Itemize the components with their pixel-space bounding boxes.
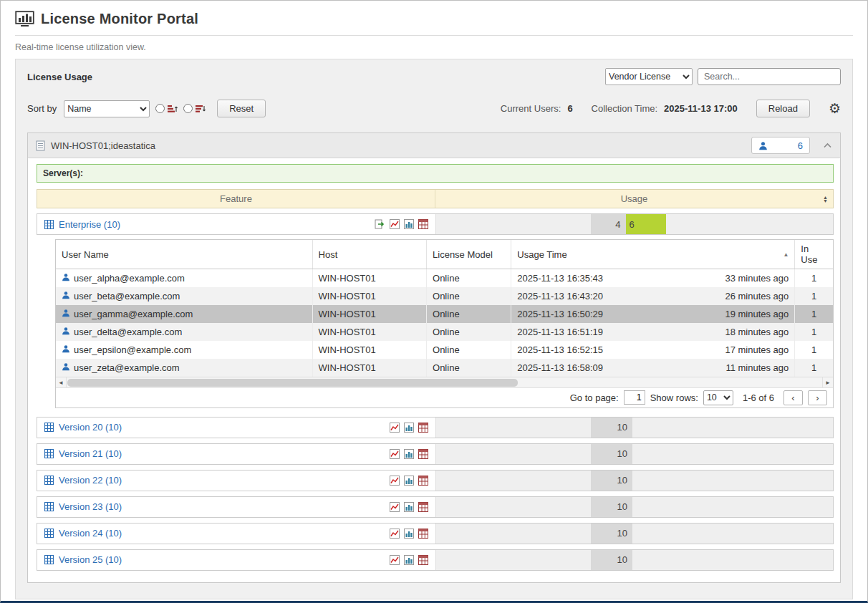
usage-bar-enterprise: 4 6 xyxy=(435,214,834,234)
go-to-page-label: Go to page: xyxy=(570,392,619,403)
user-table: User Name Host License Model Usage Time … xyxy=(56,240,833,377)
line-chart-icon[interactable] xyxy=(390,476,400,486)
bar-chart-icon[interactable] xyxy=(404,502,414,512)
table-row[interactable]: user_beta@example.com WIN-HOST01 Online … xyxy=(56,287,833,305)
user-icon xyxy=(758,141,768,150)
usage-bar: 10 xyxy=(435,471,834,491)
bar-chart-icon[interactable] xyxy=(404,423,414,433)
feature-row-version-21: Version 21 (10) 10 xyxy=(37,443,834,465)
panel-top-bar: License Usage Vendor License xyxy=(27,68,841,85)
feature-link-version-20[interactable]: Version 20 (10) xyxy=(59,422,122,433)
grid-icon xyxy=(44,502,54,511)
scroll-right-arrow-icon[interactable]: ► xyxy=(822,377,833,388)
server-icon xyxy=(36,140,45,151)
sort-caret-up-icon: ▲ xyxy=(783,251,789,258)
feature-row-version-22: Version 22 (10) 10 xyxy=(37,470,834,491)
table-row[interactable]: user_delta@example.com WIN-HOST01 Online… xyxy=(56,323,833,341)
usage-gray-segment: 10 xyxy=(591,524,632,544)
vendor-license-select[interactable]: Vendor License xyxy=(605,68,693,85)
user-icon xyxy=(62,273,70,284)
line-chart-icon[interactable] xyxy=(390,219,400,229)
grid-icon xyxy=(44,423,54,432)
scrollbar-thumb[interactable] xyxy=(67,379,518,387)
show-rows-label: Show rows: xyxy=(650,392,698,403)
usage-sort-icon[interactable]: ▲▼ xyxy=(823,196,828,203)
table-row-selected[interactable]: user_gamma@example.com WIN-HOST01 Online… xyxy=(56,305,833,323)
feature-column-header[interactable]: Feature xyxy=(37,190,435,208)
usage-bar: 10 xyxy=(435,418,834,438)
app-chart-icon xyxy=(15,11,34,27)
next-page-button[interactable]: › xyxy=(808,390,827,405)
feature-row-version-25: Version 25 (10) 10 xyxy=(37,549,834,571)
col-header-host[interactable]: Host xyxy=(312,240,426,269)
table-icon[interactable] xyxy=(418,476,428,486)
line-chart-icon[interactable] xyxy=(390,449,400,459)
line-chart-icon[interactable] xyxy=(390,423,400,433)
collection-time-value: 2025-11-13 17:00 xyxy=(664,103,738,114)
scroll-left-arrow-icon[interactable]: ◄ xyxy=(56,377,67,388)
table-icon[interactable] xyxy=(418,423,428,433)
feature-row-version-23: Version 23 (10) 10 xyxy=(37,496,834,518)
bar-chart-icon[interactable] xyxy=(404,529,414,539)
usage-gray-segment: 10 xyxy=(591,550,632,570)
page-number-input[interactable] xyxy=(624,390,645,405)
table-icon[interactable] xyxy=(418,529,428,539)
sort-field-select[interactable]: Name xyxy=(64,100,150,117)
bar-chart-icon[interactable] xyxy=(404,555,414,565)
feature-link-version-24[interactable]: Version 24 (10) xyxy=(59,528,122,539)
col-header-user-name[interactable]: User Name xyxy=(56,240,312,269)
table-icon[interactable] xyxy=(418,219,428,229)
reset-button[interactable]: Reset xyxy=(217,100,266,117)
chevron-up-icon[interactable] xyxy=(823,143,832,148)
table-row[interactable]: user_alpha@example.com WIN-HOST01 Online… xyxy=(56,269,833,287)
line-chart-icon[interactable] xyxy=(390,502,400,512)
collection-time-label: Collection Time: xyxy=(592,103,657,114)
server-group-header[interactable]: WIN-HOST01;ideastatica 6 xyxy=(28,133,840,158)
table-icon[interactable] xyxy=(418,449,428,459)
toolbar: Sort by Name xyxy=(27,100,841,117)
usage-gray-segment: 10 xyxy=(591,471,632,491)
panel-title: License Usage xyxy=(27,72,92,82)
line-chart-icon[interactable] xyxy=(390,529,400,539)
usage-gray-segment: 4 xyxy=(591,214,626,234)
server-group: WIN-HOST01;ideastatica 6 xyxy=(27,132,841,583)
feature-row-version-20: Version 20 (10) 10 xyxy=(37,417,834,438)
sort-desc-radio[interactable] xyxy=(183,104,193,113)
prev-page-button[interactable]: ‹ xyxy=(783,390,803,405)
feature-link-version-25[interactable]: Version 25 (10) xyxy=(59,554,122,565)
search-input[interactable] xyxy=(698,68,841,85)
reload-button[interactable]: Reload xyxy=(756,100,810,117)
user-icon xyxy=(62,362,70,373)
feature-link-version-22[interactable]: Version 22 (10) xyxy=(59,475,122,486)
sort-asc-icon xyxy=(167,104,178,114)
gear-icon[interactable]: ⚙ xyxy=(829,102,841,115)
user-count-button[interactable]: 6 xyxy=(751,137,810,154)
feature-link-enterprise[interactable]: Enterprise (10) xyxy=(59,219,120,230)
line-chart-icon[interactable] xyxy=(390,555,400,565)
bar-chart-icon[interactable] xyxy=(404,219,414,229)
grid-icon xyxy=(44,220,54,229)
sort-asc-radio[interactable] xyxy=(155,104,165,113)
table-row[interactable]: user_epsilon@example.com WIN-HOST01 Onli… xyxy=(56,341,833,359)
col-header-license-model[interactable]: License Model xyxy=(427,240,511,269)
sort-by-label: Sort by xyxy=(27,103,57,114)
col-header-in-use[interactable]: In Use xyxy=(795,240,833,269)
table-icon[interactable] xyxy=(418,502,428,512)
usage-column-header[interactable]: Usage ▲▼ xyxy=(435,190,833,208)
table-row[interactable]: user_zeta@example.com WIN-HOST01 Online … xyxy=(56,359,833,377)
servers-banner: Server(s): xyxy=(37,164,834,183)
table-icon[interactable] xyxy=(418,555,428,565)
col-header-usage-time[interactable]: Usage Time ▲ xyxy=(511,240,795,269)
page-range-label: 1-6 of 6 xyxy=(743,392,774,403)
feature-link-version-21[interactable]: Version 21 (10) xyxy=(59,448,122,459)
bar-chart-icon[interactable] xyxy=(404,449,414,459)
feature-link-version-23[interactable]: Version 23 (10) xyxy=(59,501,122,512)
user-icon xyxy=(62,327,70,337)
feature-row-version-24: Version 24 (10) 10 xyxy=(37,523,834,544)
horizontal-scrollbar[interactable]: ◄ ► xyxy=(56,377,833,387)
current-users-value: 6 xyxy=(567,103,572,114)
export-icon[interactable] xyxy=(375,219,385,229)
bar-chart-icon[interactable] xyxy=(404,476,414,486)
show-rows-select[interactable]: 10 xyxy=(703,390,733,405)
grid-icon xyxy=(44,476,54,485)
